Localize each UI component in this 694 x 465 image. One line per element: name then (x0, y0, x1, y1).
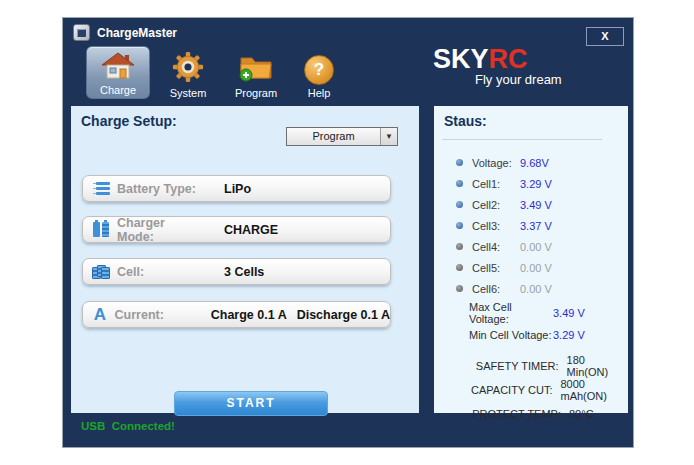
safety-timer-row: SAFETY TIMER: 180 Min(ON) (434, 354, 628, 378)
bullet-icon (456, 243, 463, 250)
bullet-icon (456, 264, 463, 271)
current-label: Current: (115, 308, 192, 322)
current-amp-icon: A (91, 307, 109, 323)
chevron-down-icon: ▼ (380, 128, 397, 145)
status-panel: Staus: Voltage: 9.68V Cell1: 3.29 V Cell… (434, 106, 628, 413)
cell-count-icon (91, 264, 111, 280)
toolbar-program-label: Program (235, 87, 277, 99)
toolbar-program-button[interactable]: Program (223, 46, 289, 99)
chargemaster-window: ChargeMaster X Charge (62, 17, 634, 448)
reading-cell2: Cell2: 3.49 V (434, 194, 628, 215)
skyrc-logo: SKYRC Fly your dream (433, 46, 562, 87)
bullet-icon (456, 201, 463, 208)
status-divider (442, 139, 602, 140)
battery-type-value: LiPo (224, 182, 251, 196)
toolbar-charge-button[interactable]: Charge (86, 46, 150, 99)
toolbar-system-button[interactable]: System (158, 46, 218, 99)
charge-setup-heading: Charge Setup: (81, 113, 177, 129)
folder-plus-icon (238, 53, 274, 85)
battery-type-row[interactable]: Battery Type: LiPo (82, 175, 391, 202)
toolbar-system-label: System (170, 87, 207, 99)
program-dropdown-value: Program (287, 128, 380, 145)
status-heading: Staus: (444, 113, 487, 129)
status-readings: Voltage: 9.68V Cell1: 3.29 V Cell2: 3.49… (434, 152, 628, 299)
titlebar[interactable]: ChargeMaster X (63, 18, 633, 46)
current-row[interactable]: A Current: Charge 0.1 A Discharge 0.1 A (82, 301, 391, 328)
charger-mode-value: CHARGE (224, 223, 278, 237)
reading-cell4: Cell4: 0.00 V (434, 236, 628, 257)
window-title: ChargeMaster (97, 26, 177, 40)
house-icon (101, 52, 135, 82)
cell-voltage-summary: Max Cell Voltage: 3.49 V Min Cell Voltag… (434, 302, 628, 346)
question-icon: ? (304, 55, 334, 85)
cell-row[interactable]: Cell: 3 Cells (82, 258, 391, 285)
battery-type-icon (91, 182, 111, 195)
brand-tagline: Fly your dream (475, 72, 562, 87)
bullet-icon (456, 222, 463, 229)
charger-mode-label: Charger Mode: (117, 216, 205, 244)
bullet-icon (456, 180, 463, 187)
capacity-cut-row: CAPACITY CUT: 8000 mAh(ON) (434, 378, 628, 402)
app-icon (73, 24, 90, 41)
cell-label: Cell: (117, 265, 205, 279)
gear-icon (172, 51, 204, 85)
toolbar-help-label: Help (308, 87, 331, 99)
bullet-icon (456, 285, 463, 292)
charger-mode-icon (91, 222, 111, 237)
reading-cell1: Cell1: 3.29 V (434, 173, 628, 194)
charger-mode-row[interactable]: Charger Mode: CHARGE (82, 216, 391, 243)
cell-value: 3 Cells (224, 265, 264, 279)
bullet-icon (456, 159, 463, 166)
screenshot-canvas: ChargeMaster X Charge (0, 0, 694, 465)
brand-sky: SKY (433, 44, 489, 74)
reading-cell6: Cell6: 0.00 V (434, 278, 628, 299)
min-cell-voltage-row: Min Cell Voltage: 3.29 V (434, 324, 628, 346)
max-cell-voltage-row: Max Cell Voltage: 3.49 V (434, 302, 628, 324)
program-dropdown[interactable]: Program ▼ (286, 127, 398, 146)
reading-cell5: Cell5: 0.00 V (434, 257, 628, 278)
toolbar-help-button[interactable]: ? Help (294, 46, 344, 99)
battery-type-label: Battery Type: (117, 182, 205, 196)
usb-status-text: USB Connected! (81, 420, 175, 432)
toolbar-charge-label: Charge (100, 84, 136, 96)
charge-setup-panel: Charge Setup: Program ▼ Battery Type: Li… (71, 106, 419, 413)
brand-rc: RC (489, 44, 528, 74)
reading-voltage: Voltage: 9.68V (434, 152, 628, 173)
statusbar: USB Connected! (63, 413, 633, 447)
current-value: Charge 0.1 A Discharge 0.1 A (211, 308, 390, 322)
reading-cell3: Cell3: 3.37 V (434, 215, 628, 236)
